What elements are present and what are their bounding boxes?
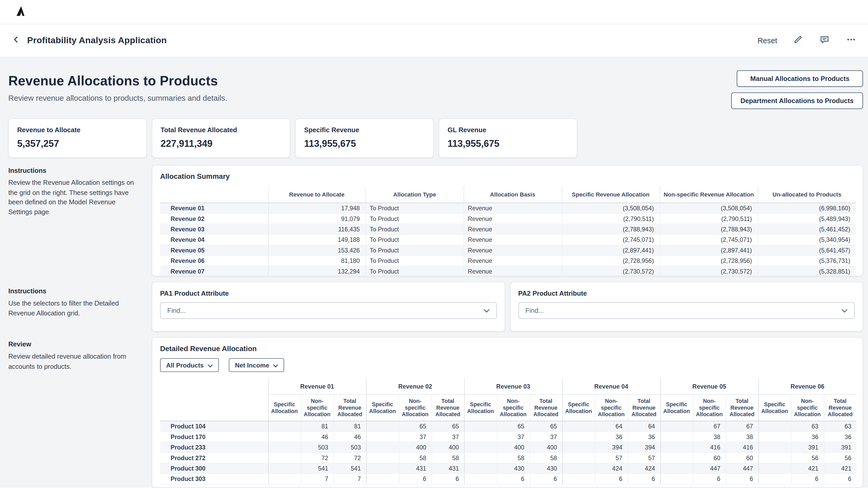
detail-cell[interactable] [660,463,693,474]
detail-cell[interactable]: 56 [824,453,857,463]
summary-cell[interactable]: 116,435 [268,224,365,234]
detail-cell[interactable] [562,431,595,442]
detail-cell[interactable]: 503 [301,442,333,452]
summary-cell[interactable]: Revenue [464,203,561,214]
summary-cell[interactable]: Revenue [464,245,561,255]
detail-cell[interactable] [464,442,497,452]
detail-cell[interactable] [660,431,693,442]
summary-cell[interactable]: (2,897,441) [562,245,660,255]
detail-cell[interactable] [562,421,595,431]
detail-cell[interactable]: 400 [432,442,464,452]
summary-row-label[interactable]: Revenue 01 [160,203,268,214]
line-item-filter-chip[interactable]: Net Income [229,358,284,372]
summary-row-label[interactable]: Revenue 03 [160,224,268,234]
detail-cell[interactable]: 6 [432,474,464,484]
summary-row-label[interactable]: Revenue 05 [160,245,268,255]
detail-cell[interactable]: 58 [432,453,464,463]
summary-cell[interactable]: (2,745,071) [660,234,757,245]
summary-cell[interactable]: 132,294 [268,266,365,276]
summary-cell[interactable]: 91,079 [268,214,365,224]
edit-button[interactable] [792,34,804,47]
detail-cell[interactable] [562,453,595,463]
detail-cell[interactable]: 56 [791,453,824,463]
detail-cell[interactable] [562,442,595,452]
detail-cell[interactable]: 541 [301,463,333,474]
detail-cell[interactable]: 65 [497,421,529,431]
detail-cell[interactable]: 421 [824,463,857,474]
detail-cell[interactable]: 38 [693,431,725,442]
detail-cell[interactable] [660,453,693,463]
detail-cell[interactable]: 6 [824,474,857,484]
detail-cell[interactable]: 447 [725,463,758,474]
detail-cell[interactable]: 81 [301,421,333,431]
detail-cell[interactable]: 503 [333,442,366,452]
summary-cell[interactable]: (2,730,572) [660,266,757,276]
summary-cell[interactable]: (2,728,956) [562,256,660,266]
summary-cell[interactable]: 17,948 [268,203,365,214]
detail-cell[interactable]: 81 [333,421,366,431]
detail-cell[interactable]: 400 [399,442,431,452]
detail-cell[interactable] [268,453,301,463]
detail-row-label[interactable]: Product 300 [160,463,268,474]
reset-button[interactable]: Reset [757,36,777,44]
detail-cell[interactable]: 64 [595,421,627,431]
detail-cell[interactable]: 65 [399,421,431,431]
detail-cell[interactable]: 6 [693,474,725,484]
detail-cell[interactable] [366,453,399,463]
detail-row-label[interactable]: Product 233 [160,442,268,452]
detail-cell[interactable]: 37 [529,431,562,442]
summary-cell[interactable]: (2,788,943) [660,224,757,234]
detail-cell[interactable] [268,474,301,484]
summary-cell[interactable]: Revenue [464,256,561,266]
detail-row-label[interactable]: Product 272 [160,453,268,463]
summary-cell[interactable]: Revenue [464,214,561,224]
summary-cell[interactable]: To Product [366,203,464,214]
detail-cell[interactable] [366,463,399,474]
summary-cell[interactable]: (5,641,457) [758,245,856,255]
detail-cell[interactable]: 416 [725,442,758,452]
products-filter-chip[interactable]: All Products [160,358,219,372]
summary-cell[interactable]: (3,508,054) [562,203,660,214]
summary-cell[interactable]: (5,376,731) [758,256,856,266]
summary-cell[interactable]: (2,790,511) [562,214,660,224]
detail-cell[interactable]: 431 [432,463,464,474]
pa2-attribute-select[interactable]: Find... [518,302,855,319]
detail-cell[interactable]: 60 [693,453,725,463]
detail-row-label[interactable]: Product 104 [160,421,268,431]
detail-cell[interactable] [758,442,791,452]
summary-cell[interactable]: (6,998,160) [758,203,856,214]
detail-cell[interactable]: 447 [693,463,725,474]
summary-cell[interactable]: (2,728,956) [660,256,757,266]
detail-cell[interactable] [366,442,399,452]
detail-cell[interactable]: 430 [497,463,529,474]
detail-cell[interactable]: 57 [595,453,627,463]
detail-cell[interactable] [660,474,693,484]
more-options-button[interactable] [845,34,857,47]
detail-cell[interactable] [758,453,791,463]
detail-cell[interactable] [562,463,595,474]
summary-cell[interactable]: (5,340,954) [758,234,856,245]
detail-cell[interactable]: 67 [693,421,725,431]
detail-cell[interactable]: 6 [529,474,562,484]
summary-cell[interactable]: (5,328,851) [758,266,856,276]
detail-cell[interactable]: 36 [628,431,660,442]
detail-cell[interactable]: 421 [791,463,824,474]
detail-row-label[interactable]: Product 303 [160,474,268,484]
detail-cell[interactable]: 36 [791,431,824,442]
summary-cell[interactable]: (3,508,054) [660,203,757,214]
detail-cell[interactable] [464,453,497,463]
detail-cell[interactable]: 430 [529,463,562,474]
summary-cell[interactable]: (2,730,572) [562,266,660,276]
detail-cell[interactable]: 58 [529,453,562,463]
detail-cell[interactable]: 58 [497,453,529,463]
detail-cell[interactable] [464,431,497,442]
detail-cell[interactable]: 400 [529,442,562,452]
summary-row-label[interactable]: Revenue 07 [160,266,268,276]
summary-cell[interactable]: 81,180 [268,256,365,266]
summary-cell[interactable]: (2,897,441) [660,245,757,255]
summary-cell[interactable]: (2,745,071) [562,234,660,245]
back-button[interactable] [11,34,22,46]
summary-cell[interactable]: To Product [366,266,464,276]
detail-cell[interactable] [268,442,301,452]
detail-cell[interactable]: 416 [693,442,725,452]
